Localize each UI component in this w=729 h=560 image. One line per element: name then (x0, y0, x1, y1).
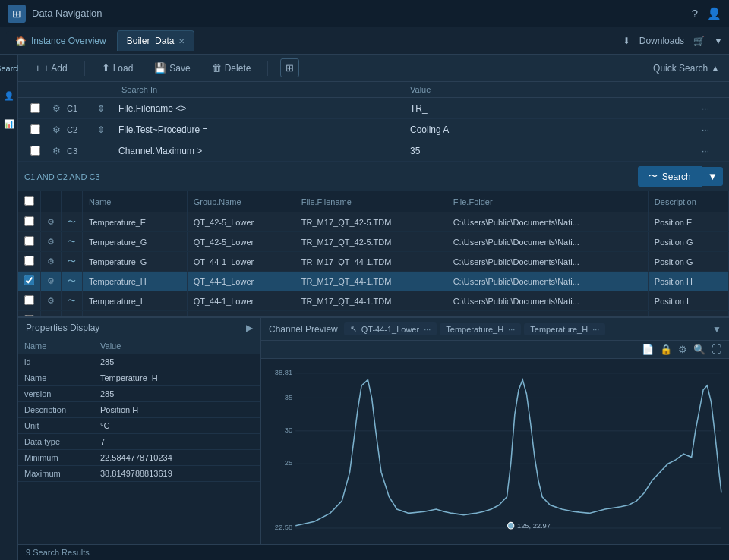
cart-icon[interactable]: 🛒 (693, 36, 705, 46)
table-row[interactable]: ⚙ 〜 Temperature_E QT_42-5_Lower TR_M17_Q… (18, 212, 729, 232)
row-checkbox[interactable] (24, 295, 34, 305)
c2-checkbox-cell[interactable] (24, 124, 46, 134)
c3-field: Channel.Maximum > (118, 146, 410, 156)
c1-arrow[interactable]: ⇕ (97, 103, 118, 114)
search-dropdown-button[interactable]: ▼ (702, 167, 723, 186)
props-row: Maximum 38.8149788813619 (18, 466, 260, 482)
downloads-label[interactable]: Downloads (639, 36, 684, 46)
row-folder: C:\Users\Public\Documents\Nati... (447, 272, 648, 291)
c1-gear[interactable]: ⚙ (46, 103, 67, 114)
load-button[interactable]: ⬆ Load (94, 59, 141, 77)
chart-icon-file[interactable]: 📄 (642, 344, 654, 355)
chart-icon-search[interactable]: 🔍 (693, 344, 705, 355)
row-folder: C:\Users\Public\Documents\Nati... (447, 252, 648, 272)
chart-tab-2[interactable]: Temperature_H ··· (440, 323, 521, 335)
criteria-header: Search In Value (18, 82, 729, 98)
criteria-row-c2: ⚙ C2 ⇕ File.Test~Procedure = Cooling A ·… (18, 119, 729, 140)
help-icon[interactable]: ? (692, 7, 698, 20)
props-header-row: Name Value (18, 338, 260, 354)
chart-tab-2-dots[interactable]: ··· (508, 325, 515, 334)
app-logo[interactable]: ⊞ (8, 5, 26, 23)
c3-more[interactable]: ··· (702, 146, 723, 156)
chart-icon-expand[interactable]: ⛶ (712, 344, 721, 355)
c2-gear[interactable]: ⚙ (46, 124, 67, 135)
select-all-checkbox[interactable] (24, 196, 34, 206)
delete-button[interactable]: 🗑 Delete (204, 59, 259, 77)
c2-checkbox[interactable] (30, 124, 40, 134)
properties-expand-icon[interactable]: ▶ (246, 322, 253, 333)
c1-checkbox-cell[interactable] (24, 103, 46, 113)
c1-more[interactable]: ··· (702, 103, 723, 114)
th-checkbox[interactable] (18, 191, 41, 212)
tab-actions: ⬇ Downloads 🛒 ▼ (623, 36, 723, 46)
chart-tab-1[interactable]: ↖ QT-44-1_Lower ··· (344, 322, 437, 335)
row-checkbox-cell[interactable] (18, 252, 41, 272)
row-gear[interactable]: ⚙ (41, 311, 62, 317)
row-group: QT_42-5_Lower (187, 232, 295, 252)
table-row[interactable]: ⚙ 〜 Temperature_G QT_44-1_Lower TR_M17_Q… (18, 252, 729, 272)
search-button[interactable]: 〜 Search (638, 166, 702, 187)
properties-panel: Properties Display ▶ Name Value id 285 N… (18, 318, 261, 544)
chart-tab-1-dots[interactable]: ··· (424, 325, 431, 334)
row-gear[interactable]: ⚙ (41, 252, 62, 272)
results-scroll[interactable]: Name Group.Name File.Filename File.Folde… (18, 191, 729, 316)
table-row[interactable]: ⚙ 〜 Temperature_I QT_44-1_Lower TR_M17_Q… (18, 291, 729, 311)
tab-instance-overview[interactable]: 🏠 Instance Overview (6, 31, 115, 51)
row-checkbox-cell[interactable] (18, 291, 41, 311)
row-checkbox[interactable] (24, 236, 34, 246)
add-button[interactable]: + + Add (27, 59, 75, 77)
th-folder[interactable]: File.Folder (447, 191, 648, 212)
c3-checkbox-cell[interactable] (24, 146, 46, 156)
row-checkbox[interactable] (24, 216, 34, 226)
c1-checkbox[interactable] (30, 103, 40, 113)
row-checkbox-cell[interactable] (18, 232, 41, 252)
grid-view-button[interactable]: ⊞ (280, 58, 299, 77)
row-gear[interactable]: ⚙ (41, 212, 62, 232)
row-checkbox-cell[interactable] (18, 311, 41, 317)
row-checkbox-cell[interactable] (18, 272, 41, 291)
prop-value: 285 (94, 354, 260, 370)
chart-tab-3[interactable]: Temperature_H ··· (524, 323, 605, 335)
c3-checkbox[interactable] (30, 146, 40, 156)
row-group: QT_44-1_Upper (187, 311, 295, 317)
row-checkbox[interactable] (24, 275, 34, 285)
sidebar-icon-2[interactable]: 📊 (2, 116, 16, 132)
props-row: Data type 7 (18, 434, 260, 450)
row-wave: 〜 (62, 311, 83, 317)
prop-name: version (18, 386, 94, 402)
row-gear[interactable]: ⚙ (41, 272, 62, 291)
th-name[interactable]: Name (83, 191, 188, 212)
c2-more[interactable]: ··· (702, 124, 723, 135)
top-bar-icons: ? 👤 (692, 7, 721, 20)
y-label-min: 22.58 (275, 523, 292, 531)
chart-line (295, 380, 721, 526)
th-description[interactable]: Description (648, 191, 728, 212)
chart-icon-settings[interactable]: ⚙ (678, 344, 687, 355)
th-group[interactable]: Group.Name (187, 191, 295, 212)
home-icon: 🏠 (15, 36, 27, 46)
row-checkbox[interactable] (24, 256, 34, 266)
th-filename[interactable]: File.Filename (295, 191, 447, 212)
table-row[interactable]: ⚙ 〜 Temperature_H QT_44-1_Lower TR_M17_Q… (18, 272, 729, 291)
tab-close-icon[interactable]: ✕ (178, 37, 185, 46)
table-row[interactable]: ⚙ 〜 Temperature_G QT_42-5_Lower TR_M17_Q… (18, 232, 729, 252)
chart-icon-lock[interactable]: 🔒 (660, 344, 672, 355)
downloads-icon[interactable]: ⬇ (623, 36, 630, 46)
table-row[interactable]: ⚙ 〜 Temperature_D QT_44-1_Upper TR_M17_Q… (18, 311, 729, 317)
chart-tab-3-dots[interactable]: ··· (592, 325, 599, 334)
results-table: Name Group.Name File.Filename File.Folde… (18, 191, 729, 316)
user-icon[interactable]: 👤 (707, 7, 721, 20)
c3-gear[interactable]: ⚙ (46, 146, 67, 156)
cart-dropdown-icon[interactable]: ▼ (714, 36, 723, 46)
row-gear[interactable]: ⚙ (41, 291, 62, 311)
c2-arrow[interactable]: ⇕ (97, 124, 118, 135)
row-gear[interactable]: ⚙ (41, 232, 62, 252)
c1-label: C1 (67, 104, 97, 113)
row-wave: 〜 (62, 232, 83, 252)
tab-boiler-data[interactable]: Boiler_Data ✕ (117, 30, 195, 51)
sidebar-icon-1[interactable]: 👤 (2, 88, 16, 104)
row-checkbox-cell[interactable] (18, 212, 41, 232)
quick-search[interactable]: Quick Search ▲ (653, 63, 720, 74)
chart-dropdown-icon[interactable]: ▼ (712, 324, 721, 335)
save-button[interactable]: 💾 Save (147, 59, 197, 77)
